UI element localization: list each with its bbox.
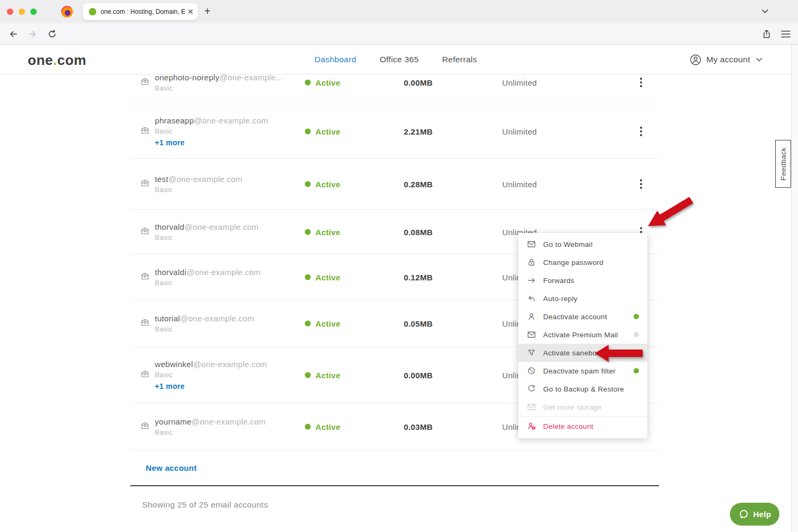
nav-dashboard[interactable]: Dashboard [314, 55, 356, 64]
help-button[interactable]: Help [730, 503, 779, 526]
back-icon[interactable] [9, 29, 18, 41]
row-kebab-menu-icon[interactable] [638, 177, 644, 191]
nav-office-365[interactable]: Office 365 [380, 55, 419, 64]
plan-label: Basic [155, 428, 265, 436]
reload-icon[interactable] [47, 29, 57, 41]
status-badge: Active [305, 319, 340, 328]
toggle-on-dot [634, 368, 639, 373]
email-address: onephoto-noreply@one-example... [155, 73, 283, 82]
menu-item-get-more-storage[interactable]: Get more storage [518, 398, 647, 416]
person-remove-icon [527, 422, 536, 430]
mail-account-icon [141, 370, 149, 380]
menu-item-backup-restore[interactable]: Go to Backup & Restore [518, 380, 647, 398]
red-arrow-to-sanebox [592, 344, 645, 363]
browser-tab[interactable]: one.com : Hosting, Domain, Ema ✕ [82, 3, 198, 20]
window-minimize-button[interactable] [19, 9, 25, 15]
envelope-icon [527, 403, 536, 411]
plan-label: Basic [155, 371, 267, 379]
mail-account-icon [141, 179, 149, 189]
menu-item-go-to-webmail[interactable]: Go to Webmail [518, 235, 647, 253]
storage-limit: Unlimited [502, 78, 537, 87]
storage-limit: Unlimited [502, 127, 537, 136]
tab-list-chevron-icon[interactable] [761, 7, 769, 18]
plan-label: Basic [155, 84, 283, 92]
envelope-icon [527, 330, 536, 339]
status-dot-icon [305, 423, 311, 429]
row-kebab-menu-icon[interactable] [638, 124, 644, 138]
my-account-menu[interactable]: My account [690, 45, 763, 74]
email-address: thorvaldi@one-example.com [155, 268, 261, 277]
window-zoom-button[interactable] [30, 9, 37, 15]
tab-close-icon[interactable]: ✕ [187, 7, 194, 16]
window-close-button[interactable] [7, 9, 13, 15]
reply-arrow-icon [527, 294, 536, 303]
table-row: phraseapp@one-example.com Basic +1 more … [130, 104, 659, 159]
plan-label: Basic [155, 234, 259, 242]
menu-hamburger-icon[interactable] [781, 30, 791, 40]
mail-account-icon [141, 272, 149, 282]
menu-item-deactivate-account[interactable]: Deactivate account [518, 307, 647, 326]
more-aliases-link[interactable]: +1 more [155, 138, 268, 147]
storage-used: 0.05MB [404, 319, 433, 328]
firefox-icon [61, 6, 73, 18]
storage-used: 0.00MB [404, 370, 433, 379]
status-dot-icon [305, 79, 311, 85]
share-icon[interactable] [762, 29, 771, 41]
nav-referrals[interactable]: Referrals [442, 55, 477, 64]
new-tab-icon[interactable]: + [204, 5, 211, 17]
storage-used: 0.28MB [404, 179, 433, 188]
status-dot-icon [305, 181, 311, 187]
padlock-icon [527, 258, 536, 267]
mail-account-icon [141, 78, 149, 87]
toggle-on-dot [634, 314, 639, 319]
page-scrollbar[interactable] [791, 45, 798, 532]
status-dot-icon [305, 128, 311, 134]
red-arrow-to-kebab [641, 196, 694, 233]
storage-limit: Unlimited [502, 179, 537, 188]
email-address: tutorial@one-example.com [155, 314, 254, 323]
restore-icon [527, 385, 536, 393]
status-dot-icon [305, 229, 311, 235]
status-dot-icon [305, 372, 311, 378]
row-kebab-menu-icon[interactable] [638, 76, 644, 89]
forward-icon[interactable] [28, 29, 37, 41]
email-address: test@one-example.com [155, 174, 243, 184]
menu-item-auto-reply[interactable]: Auto-reply [518, 289, 647, 307]
mail-account-icon [141, 422, 149, 431]
feedback-tab[interactable]: Feedback [775, 140, 791, 188]
plan-label: Basic [155, 279, 261, 287]
block-icon [527, 367, 536, 375]
chevron-down-icon [755, 56, 763, 63]
filter-funnel-icon [527, 348, 536, 357]
status-badge: Active [305, 422, 340, 431]
status-badge: Active [305, 370, 340, 379]
person-icon [527, 312, 536, 321]
onecom-favicon [89, 8, 96, 15]
menu-item-activate-premium-mail[interactable]: Activate Premium Mail [518, 326, 647, 344]
menu-item-forwards[interactable]: Forwards [518, 271, 647, 289]
plan-label: Basic [155, 325, 254, 333]
browser-tab-strip: one.com : Hosting, Domain, Ema ✕ + [0, 0, 798, 23]
storage-used: 0.03MB [404, 422, 433, 431]
menu-item-change-password[interactable]: Change password [518, 253, 647, 271]
new-account-button[interactable]: New account [146, 463, 197, 472]
status-badge: Active [305, 78, 340, 87]
onecom-logo[interactable]: one.com [28, 52, 86, 69]
status-dot-icon [305, 275, 311, 280]
mail-account-icon [141, 319, 149, 328]
email-address: thorvald@one-example.com [155, 222, 259, 231]
account-context-menu: Go to Webmail Change password Forwards A… [518, 233, 647, 438]
more-aliases-link[interactable]: +1 more [155, 382, 267, 390]
status-badge: Active [305, 127, 340, 136]
site-nav: Dashboard Office 365 Referrals [314, 45, 477, 74]
table-row: onephoto-noreply@one-example... Basic Ac… [130, 74, 659, 104]
menu-item-delete-account[interactable]: Delete account [518, 416, 647, 436]
menu-item-deactivate-spam-filter[interactable]: Deactivate spam filter [518, 362, 647, 380]
tab-title: one.com : Hosting, Domain, Ema [101, 8, 185, 15]
accounts-summary: Showing 25 of 25 email accounts [142, 500, 268, 510]
plan-label: Basic [155, 127, 268, 135]
status-dot-icon [305, 321, 311, 327]
storage-used: 0.00MB [404, 78, 433, 87]
storage-used: 2.21MB [404, 127, 433, 136]
email-address: webwinkel@one-example.com [155, 360, 267, 369]
